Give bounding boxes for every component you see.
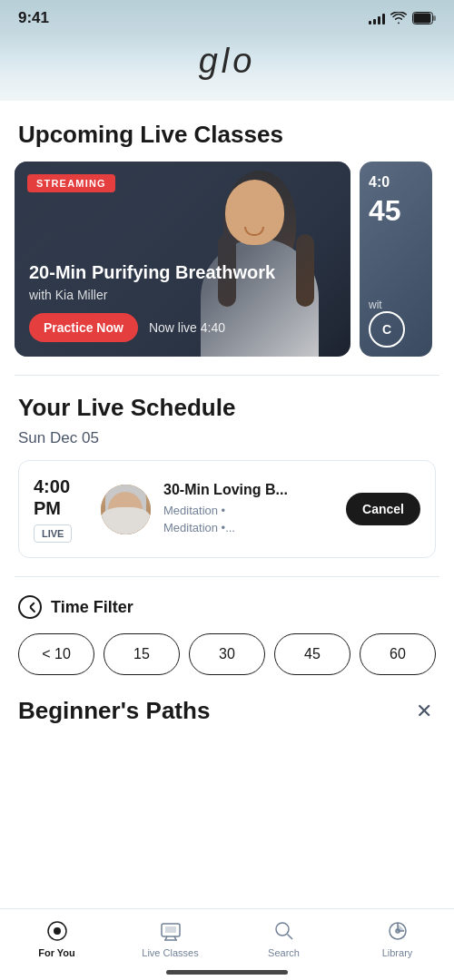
schedule-meta-2: Meditation •... [163, 519, 333, 537]
time-filter-label: Time Filter [51, 598, 133, 617]
status-time: 9:41 [18, 9, 49, 27]
live-card-actions: Practice Now Now live 4:40 [29, 313, 336, 342]
battery-icon [412, 12, 436, 24]
cancel-button[interactable]: Cancel [346, 493, 420, 525]
svg-rect-1 [414, 14, 431, 24]
live-schedule-title: Your Live Schedule [18, 394, 436, 422]
schedule-class-title: 30-Min Loving B... [163, 482, 333, 498]
search-icon [271, 918, 297, 944]
divider-1 [15, 375, 439, 376]
live-badge: LIVE [34, 524, 72, 543]
svg-rect-9 [165, 926, 176, 933]
live-card-instructor: with Kia Miller [29, 288, 336, 302]
live-classes-icon [158, 918, 183, 944]
for-you-icon [44, 918, 70, 944]
nav-label-live-classes: Live Classes [142, 947, 198, 958]
wifi-icon [390, 12, 407, 24]
clock-icon [18, 595, 42, 619]
svg-point-10 [276, 923, 289, 936]
home-indicator [166, 970, 288, 975]
filter-pill-less-10[interactable]: < 10 [18, 633, 94, 675]
filter-header: Time Filter [18, 595, 436, 619]
live-card-primary: STREAMING 20-Min Purifying Breathwork wi… [15, 162, 350, 357]
nav-item-for-you[interactable]: For You [0, 918, 114, 958]
avatar-body [101, 507, 151, 534]
divider-2 [15, 576, 439, 577]
close-beginners-button[interactable]: ✕ [412, 698, 436, 725]
logo-text: glo [0, 42, 454, 81]
filter-pill-60[interactable]: 60 [360, 633, 436, 675]
nav-item-search[interactable]: Search [227, 918, 340, 958]
status-bar: 9:41 [0, 0, 454, 33]
live-classes-scroll: STREAMING 20-Min Purifying Breathwork wi… [0, 162, 454, 357]
time-filter-section: Time Filter < 10 15 30 45 60 [0, 595, 454, 675]
header-logo: glo [0, 33, 454, 101]
instructor-avatar [101, 485, 151, 534]
schedule-date: Sun Dec 05 [18, 429, 436, 447]
beginners-header: Beginner's Paths ✕ [18, 697, 436, 725]
nav-label-library: Library [382, 947, 413, 958]
schedule-card: 4:00 PM LIVE 30-Min Loving B... Meditati… [18, 460, 436, 558]
partial-card-time: 4:0 [369, 174, 390, 191]
signal-icon [369, 12, 385, 24]
schedule-time: 4:00 [34, 475, 70, 497]
practice-now-button[interactable]: Practice Now [29, 313, 138, 342]
schedule-section: Your Live Schedule Sun Dec 05 4:00 PM LI… [0, 394, 454, 558]
schedule-meta-1: Meditation • [163, 502, 333, 520]
main-content: Upcoming Live Classes STRE [0, 101, 454, 725]
partial-circle-button[interactable]: C [369, 311, 405, 348]
schedule-time-block: 4:00 PM LIVE [34, 475, 88, 543]
upcoming-live-classes-title: Upcoming Live Classes [0, 101, 454, 162]
live-card-content: 20-Min Purifying Breathwork with Kia Mil… [15, 249, 350, 357]
beginners-section: Beginner's Paths ✕ [0, 675, 454, 725]
svg-line-11 [287, 935, 292, 940]
svg-rect-2 [433, 15, 436, 21]
filter-pills: < 10 15 30 45 60 [18, 633, 436, 675]
filter-pill-15[interactable]: 15 [104, 633, 180, 675]
nav-label-for-you: For You [38, 947, 75, 958]
library-icon [385, 918, 410, 944]
partial-card-with: wit [369, 299, 382, 311]
schedule-info: 30-Min Loving B... Meditation • Meditati… [163, 482, 333, 537]
status-icons [369, 12, 436, 24]
svg-point-4 [54, 927, 61, 935]
beginners-title: Beginner's Paths [18, 697, 210, 725]
filter-pill-30[interactable]: 30 [189, 633, 265, 675]
filter-pill-45[interactable]: 45 [274, 633, 350, 675]
live-card-title: 20-Min Purifying Breathwork [29, 261, 336, 284]
live-time-label: Now live 4:40 [149, 320, 225, 335]
streaming-badge: STREAMING [27, 174, 115, 192]
partial-card-minutes: 45 [369, 194, 401, 228]
nav-item-live-classes[interactable]: Live Classes [114, 918, 227, 958]
nav-label-search: Search [268, 947, 300, 958]
live-card-secondary: 4:0 45 wit C [360, 162, 432, 357]
nav-item-library[interactable]: Library [340, 918, 454, 958]
schedule-ampm: PM [34, 497, 61, 519]
